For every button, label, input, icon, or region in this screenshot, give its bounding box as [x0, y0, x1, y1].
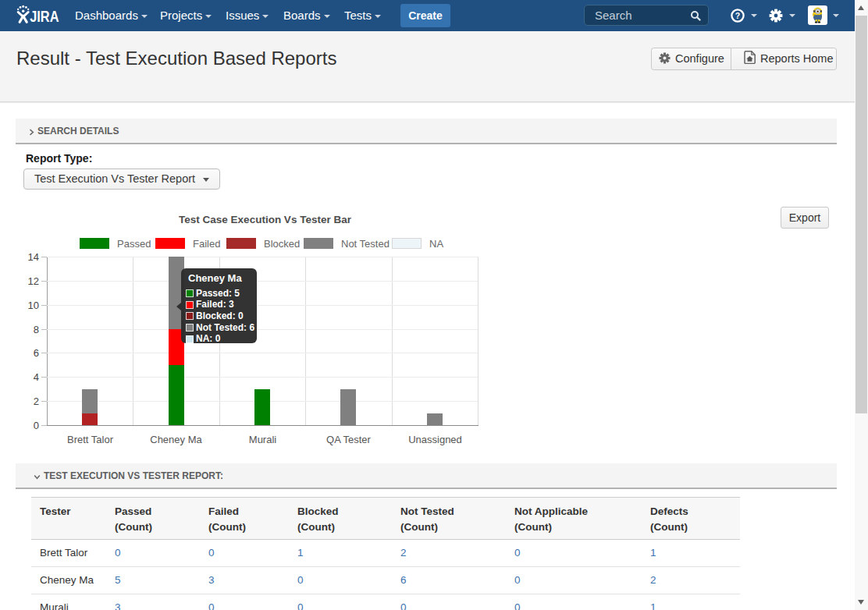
svg-text:?: ?: [735, 11, 740, 20]
svg-text:JIRA: JIRA: [30, 7, 59, 25]
